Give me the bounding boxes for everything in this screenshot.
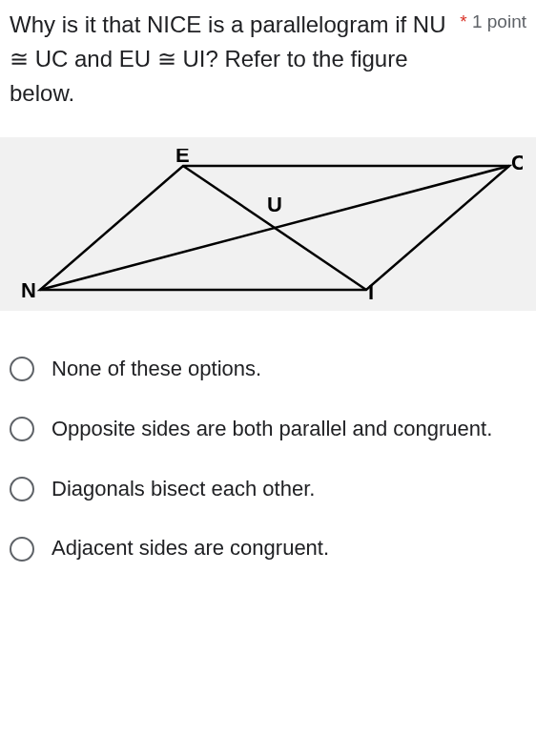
figure-container: E C U N I [0,137,536,311]
points-label: 1 point [472,11,526,31]
label-U: U [267,193,282,216]
label-N: N [21,278,36,301]
radio-icon [10,417,34,441]
label-I: I [368,280,374,301]
label-E: E [175,149,190,167]
figure-svg: E C U N I [13,149,523,301]
label-C: C [511,151,523,174]
option-label: Adjacent sides are congruent. [52,534,329,563]
options-group: None of these options. Opposite sides ar… [10,330,526,579]
radio-icon [10,357,34,381]
option-1[interactable]: Opposite sides are both parallel and con… [10,399,526,460]
parallelogram-figure: E C U N I [13,149,523,301]
option-0[interactable]: None of these options. [10,339,526,399]
radio-icon [10,477,34,501]
radio-icon [10,537,34,562]
option-3[interactable]: Adjacent sides are congruent. [10,519,526,579]
question-header: Why is it that NICE is a parallelogram i… [10,0,526,111]
question-text: Why is it that NICE is a parallelogram i… [10,8,460,111]
option-label: Diagonals bisect each other. [52,475,315,504]
required-asterisk: * [460,11,466,31]
svg-line-2 [183,166,366,290]
option-label: Opposite sides are both parallel and con… [52,415,492,444]
option-label: None of these options. [52,355,261,384]
option-2[interactable]: Diagonals bisect each other. [10,460,526,520]
points-indicator: * 1 point [460,8,526,32]
